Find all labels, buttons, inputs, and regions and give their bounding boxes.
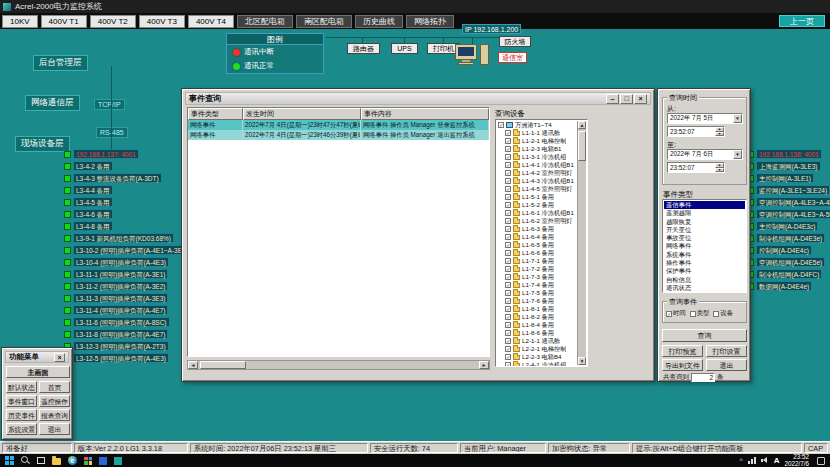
device-item[interactable]: L3-10-4 (照明)插座负荷(A-4E3): [64, 257, 194, 267]
checkbox-icon[interactable]: [505, 346, 511, 352]
event-type-option[interactable]: 事故变位: [664, 234, 745, 242]
device-item[interactable]: L3-11-1 (照明)插座负荷(A-3E1): [64, 269, 194, 279]
event-type-option[interactable]: 遥测越限: [664, 209, 745, 217]
tray-expand-icon[interactable]: ^: [739, 457, 742, 464]
checkbox-icon[interactable]: [505, 210, 511, 216]
horizontal-scrollbar[interactable]: ◄ ►: [187, 360, 490, 370]
dropdown-icon[interactable]: ▼: [733, 150, 742, 159]
tree-scrollbar[interactable]: ▲ ▼: [577, 121, 586, 365]
checkbox-icon[interactable]: [505, 226, 511, 232]
checkbox-icon[interactable]: [505, 258, 511, 264]
checkbox-icon[interactable]: [505, 250, 511, 256]
minimize-button[interactable]: –: [606, 94, 619, 104]
checkbox-icon[interactable]: [505, 186, 511, 192]
menu-button[interactable]: 报表查询: [39, 409, 70, 421]
device-item[interactable]: 主控制网(A-D4E3c): [747, 221, 830, 231]
nav-tab[interactable]: 400V T2: [90, 15, 136, 28]
device-item[interactable]: 制冷机组网(A-D4E3e): [747, 233, 830, 243]
checkbox-icon[interactable]: [505, 298, 511, 304]
column-header-time[interactable]: 发生时间: [243, 108, 361, 120]
scroll-down-icon[interactable]: ▼: [578, 357, 586, 365]
device-item[interactable]: L3-11-6 (照明)插座负荷(A-8SC): [64, 317, 194, 327]
previous-page-button[interactable]: 上一页: [779, 15, 825, 27]
main-screen-button[interactable]: 主画面: [6, 366, 70, 378]
monitor-host-icon[interactable]: [455, 44, 491, 70]
device-item[interactable]: L3-9-1 新风机组负荷(KD03.68%): [64, 233, 194, 243]
checkbox-icon[interactable]: [505, 354, 511, 360]
pinned-app-icon[interactable]: [114, 457, 122, 465]
device-item[interactable]: L3-4-6 备用: [64, 209, 194, 219]
device-item[interactable]: L3-4-4 备用: [64, 185, 194, 195]
scrollbar-thumb[interactable]: [578, 131, 586, 161]
checkbox-icon[interactable]: [505, 282, 511, 288]
to-date-select[interactable]: 2022年 7月 6日 ▼: [667, 149, 743, 160]
event-type-option[interactable]: 通讯状态: [664, 284, 745, 292]
checkbox-icon[interactable]: [505, 178, 511, 184]
menu-button[interactable]: 首页: [39, 381, 70, 393]
menu-button[interactable]: 默认状态: [6, 381, 37, 393]
print-setup-button[interactable]: 打印设置: [706, 345, 747, 357]
checkbox-icon[interactable]: [505, 290, 511, 296]
device-item[interactable]: 上海监测网(A-3LE3): [747, 161, 830, 171]
checkbox-icon[interactable]: [505, 234, 511, 240]
nav-tab[interactable]: 10KV: [2, 15, 38, 28]
nav-tab[interactable]: 历史曲线: [355, 15, 403, 28]
device-item[interactable]: 空调控制网(A-4LE3~A-4LE5): [747, 197, 830, 207]
nav-tab[interactable]: 北区配电箱: [237, 15, 293, 28]
event-type-option[interactable]: 自检信息: [664, 276, 745, 284]
router-node[interactable]: 路由器: [347, 43, 380, 54]
event-type-option[interactable]: 操作事件: [664, 259, 745, 267]
checkbox-icon[interactable]: [505, 138, 511, 144]
checkbox-icon[interactable]: [498, 122, 504, 128]
close-icon[interactable]: ×: [54, 353, 65, 362]
device-item[interactable]: L3-12-5 (照明)插座负荷(A-4E3): [64, 353, 194, 363]
print-preview-button[interactable]: 打印预览: [662, 345, 703, 357]
checkbox-icon[interactable]: [505, 322, 511, 328]
event-type-option[interactable]: 系统事件: [664, 251, 745, 259]
checkbox-icon[interactable]: [505, 162, 511, 168]
network-tray-icon[interactable]: [748, 457, 756, 464]
tree-item[interactable]: L2-4-1 冷冻机组: [498, 361, 576, 367]
exit-button[interactable]: 退出: [706, 359, 747, 371]
checkbox-icon[interactable]: [505, 362, 511, 367]
device-item[interactable]: L3-11-4 (照明)插座负荷(A-4E7): [64, 305, 194, 315]
photos-app-icon[interactable]: [84, 457, 92, 465]
checkbox-icon[interactable]: [505, 194, 511, 200]
device-item[interactable]: L3-12-3 (照明)插座负荷(A-2T3): [64, 341, 194, 351]
column-header-content[interactable]: 事件内容: [361, 108, 489, 120]
device-item[interactable]: 空调机组网(A-D4E5e): [747, 257, 830, 267]
device-item[interactable]: L3-11-2 (照明)插座负荷(A-3E2): [64, 281, 194, 291]
menu-button[interactable]: 系统设置: [6, 423, 37, 435]
device-item[interactable]: 主控制网(A-3LE1): [747, 173, 830, 183]
checkbox-icon[interactable]: [505, 202, 511, 208]
volume-icon[interactable]: [761, 457, 769, 464]
filter-checkbox[interactable]: 类型: [690, 309, 710, 318]
maximize-button[interactable]: □: [620, 94, 633, 104]
device-item[interactable]: L3-4-8 备用: [64, 221, 194, 231]
device-item[interactable]: L3-4-2 备用: [64, 161, 194, 171]
scroll-up-icon[interactable]: ▲: [578, 121, 586, 129]
close-button[interactable]: ×: [634, 94, 647, 104]
device-item[interactable]: L3-10-2 (照明)插座负荷(A-4E1~A-3E15): [64, 245, 194, 255]
checkbox-icon[interactable]: [505, 330, 511, 336]
device-item[interactable]: 监控网(A-3LE1~3LE24): [747, 185, 830, 195]
from-date-select[interactable]: 2022年 7月 5日 ▼: [667, 113, 743, 124]
event-row[interactable]: 网络事件 2022年7月 4日(星期一)23时46分39秒(夏时制) 网络事件 …: [188, 130, 489, 140]
column-header-type[interactable]: 事件类型: [188, 108, 243, 120]
nav-tab[interactable]: 400V T1: [41, 15, 87, 28]
filter-checkbox[interactable]: 设备: [713, 309, 733, 318]
checkbox-icon[interactable]: [505, 146, 511, 152]
taskbar-clock[interactable]: 23:52 2022/7/6: [784, 454, 809, 467]
query-button[interactable]: 查询: [662, 329, 747, 342]
checkbox-icon[interactable]: [505, 274, 511, 280]
checkbox-icon[interactable]: [505, 154, 511, 160]
device-item[interactable]: 控制网(A-D4E4c): [747, 245, 830, 255]
menu-button[interactable]: 退出: [39, 423, 70, 435]
checkbox-icon[interactable]: [505, 314, 511, 320]
device-item[interactable]: 192.168.1.137: 4001: [64, 149, 194, 159]
event-type-option[interactable]: 遥信事件: [664, 201, 745, 209]
checkbox-icon[interactable]: [505, 170, 511, 176]
event-row[interactable]: 网络事件 2022年7月 4日(星期一)23时47分47秒(夏时制) 网络事件 …: [188, 120, 489, 130]
scrollbar-thumb[interactable]: [200, 361, 246, 369]
checkbox-icon[interactable]: [505, 242, 511, 248]
